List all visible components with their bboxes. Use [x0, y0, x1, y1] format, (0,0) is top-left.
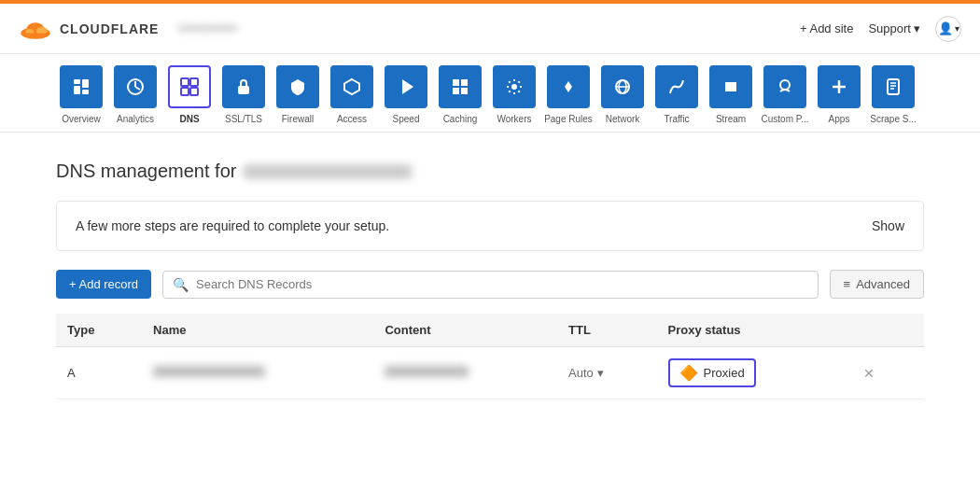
svg-rect-8 [82, 90, 89, 94]
sidebar-item-caching[interactable]: Caching [435, 65, 485, 132]
svg-rect-18 [461, 79, 468, 86]
svg-rect-7 [82, 79, 89, 88]
caching-label: Caching [443, 114, 478, 124]
sidebar-item-traffic[interactable]: Traffic [651, 65, 702, 132]
apps-label: Apps [829, 114, 850, 124]
speed-label: Speed [393, 114, 420, 124]
svg-rect-10 [181, 78, 189, 86]
svg-rect-4 [23, 33, 49, 35]
svg-marker-16 [402, 79, 413, 94]
dns-toolbar: + Add record 🔍 ≡ Advanced [56, 270, 924, 299]
sidebar-item-overview[interactable]: Overview [56, 65, 106, 132]
sidebar-item-analytics[interactable]: Analytics [110, 65, 161, 132]
sidebar-item-workers[interactable]: Workers [489, 65, 539, 132]
ssl-icon [222, 65, 265, 108]
sidebar-item-stream[interactable]: Stream [706, 65, 756, 132]
caching-icon [439, 65, 482, 108]
dns-table: Type Name Content TTL Proxy status A Aut… [56, 314, 924, 399]
sidebar-item-dns[interactable]: DNS [164, 65, 215, 132]
custompages-icon [763, 65, 806, 108]
proxy-badge[interactable]: 🔶 Proxied [668, 358, 756, 387]
search-icon: 🔍 [173, 277, 189, 292]
fire-icon: 🔶 [679, 364, 698, 382]
traffic-label: Traffic [664, 114, 689, 124]
dns-icon [168, 65, 211, 108]
svg-rect-14 [238, 86, 249, 94]
pagerules-icon [547, 65, 590, 108]
svg-rect-19 [453, 88, 459, 94]
svg-point-25 [780, 80, 790, 90]
access-icon [330, 65, 373, 108]
firewall-label: Firewall [282, 114, 314, 124]
sidebar-item-firewall[interactable]: Firewall [273, 65, 323, 132]
svg-rect-6 [74, 86, 80, 94]
sidebar-item-custompages[interactable]: Custom P... [760, 65, 810, 132]
scrape-icon [872, 65, 915, 108]
workers-icon [493, 65, 536, 108]
header-right: + Add site Support ▾ 👤 ▾ [800, 16, 961, 42]
search-input[interactable] [196, 277, 808, 291]
col-type: Type [56, 314, 142, 347]
row-content [373, 347, 557, 399]
pagerules-label: Page Rules [544, 114, 593, 124]
logo-area: CLOUDFLARE [19, 12, 159, 46]
svg-rect-5 [74, 79, 80, 84]
page-title: DNS management for [56, 161, 924, 182]
col-proxy: Proxy status [657, 314, 847, 347]
header-left: CLOUDFLARE •••••••••••••• [19, 12, 237, 46]
table-row: A Auto ▾ 🔶 Proxied ✕ [56, 347, 924, 399]
header: CLOUDFLARE •••••••••••••• + Add site Sup… [0, 4, 980, 54]
workers-label: Workers [497, 114, 531, 124]
menu-icon: ≡ [844, 277, 851, 291]
custompages-label: Custom P... [762, 114, 809, 124]
main-content: DNS management for A few more steps are … [0, 133, 980, 418]
stream-icon [709, 65, 752, 108]
dns-label: DNS [179, 114, 199, 124]
add-site-button[interactable]: + Add site [800, 21, 853, 35]
row-ttl: Auto ▾ [557, 347, 657, 399]
col-ttl: TTL [557, 314, 657, 347]
cloudflare-text: CLOUDFLARE [60, 21, 159, 36]
sidebar-item-access[interactable]: Access [327, 65, 377, 132]
firewall-icon [276, 65, 319, 108]
nav-container: Overview Analytics DNS SSL/TLS Firewa [0, 54, 980, 133]
analytics-icon [114, 65, 157, 108]
row-name [142, 347, 373, 399]
overview-label: Overview [62, 114, 101, 124]
delete-button[interactable]: ✕ [858, 364, 880, 383]
add-record-button[interactable]: + Add record [56, 270, 151, 299]
analytics-label: Analytics [117, 114, 154, 124]
sidebar-item-scrape[interactable]: Scrape S... [868, 65, 918, 132]
col-name: Name [142, 314, 373, 347]
svg-rect-11 [190, 78, 198, 86]
domain-name [244, 164, 412, 179]
account-icon[interactable]: 👤 ▾ [935, 16, 961, 42]
svg-marker-15 [344, 79, 359, 94]
overview-icon [60, 65, 103, 108]
cloudflare-logo [19, 12, 52, 46]
sidebar-item-speed[interactable]: Speed [381, 65, 431, 132]
sidebar-item-apps[interactable]: Apps [814, 65, 864, 132]
search-box: 🔍 [162, 271, 819, 299]
show-link[interactable]: Show [872, 218, 904, 233]
sidebar-item-network[interactable]: Network [597, 65, 648, 132]
stream-label: Stream [716, 114, 746, 124]
svg-rect-12 [181, 88, 189, 95]
network-label: Network [606, 114, 640, 124]
site-name: •••••••••••••• [177, 21, 237, 35]
svg-point-21 [511, 84, 517, 90]
advanced-button[interactable]: ≡ Advanced [830, 270, 924, 299]
col-content: Content [373, 314, 557, 347]
svg-rect-28 [888, 79, 899, 94]
svg-rect-13 [190, 88, 198, 95]
svg-rect-17 [453, 79, 459, 86]
traffic-icon [655, 65, 698, 108]
sidebar-item-pagerules[interactable]: Page Rules [543, 65, 594, 132]
sidebar-item-ssl[interactable]: SSL/TLS [218, 65, 269, 132]
row-proxy: 🔶 Proxied [657, 347, 847, 399]
scrape-label: Scrape S... [870, 114, 916, 124]
support-button[interactable]: Support ▾ [868, 21, 920, 35]
network-icon [601, 65, 644, 108]
setup-notice-text: A few more steps are required to complet… [76, 218, 389, 233]
speed-icon [385, 65, 427, 108]
